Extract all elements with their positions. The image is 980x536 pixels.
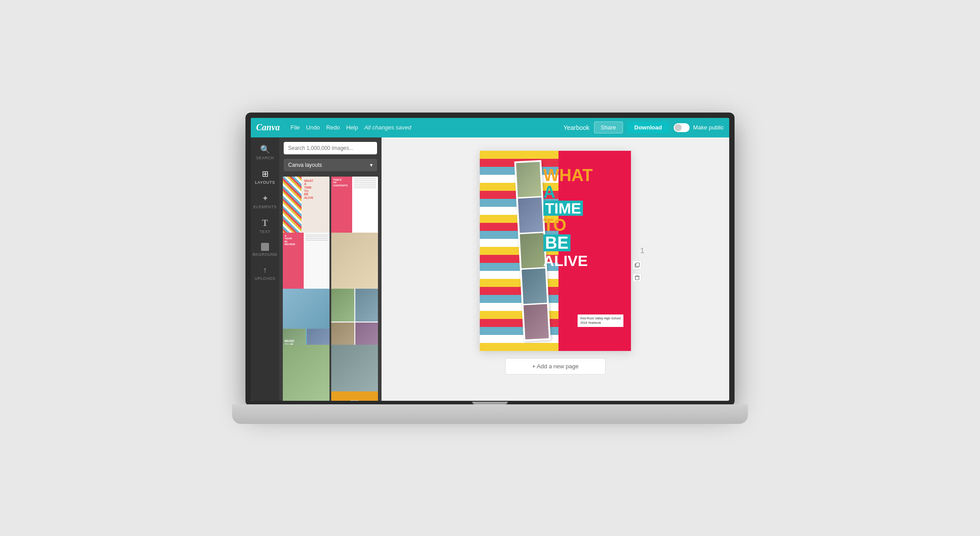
photo-slot-1 (516, 162, 542, 197)
yb-alive: ALIVE (543, 252, 588, 269)
sidebar-item-elements[interactable]: ✦ ELEMENTS (251, 190, 279, 213)
main-content: 🔍 SEARCH ⊞ LAYOUTS ✦ ELEMENTS T TEXT (251, 137, 729, 401)
yb-be: BE (543, 234, 570, 251)
nav-menu: File Undo Redo Help All changes saved (290, 124, 411, 131)
yb-title-text: WHAT A TIME TO (543, 167, 622, 268)
dropdown-label: Canva layouts (288, 162, 322, 168)
layouts-panel: Canva layouts ▾ WHATATIMETOBEALIVE (279, 137, 382, 401)
topbar: Canva File Undo Redo Help All changes sa… (251, 118, 729, 137)
background-label: BKGROUND (253, 252, 277, 257)
search-input[interactable] (284, 142, 377, 154)
nav-file[interactable]: File (290, 124, 300, 131)
sidebar-item-layouts[interactable]: ⊞ LAYOUTS (251, 165, 279, 188)
yb-cover: WHAT A TIME TO (480, 151, 631, 351)
elements-icon: ✦ (262, 193, 269, 203)
subtitle-line2: 2016 Yearbook (580, 321, 621, 325)
make-public-label: Make public (693, 124, 724, 131)
topbar-right: Yearbook Share Download Make public (563, 121, 724, 133)
svg-rect-1 (636, 263, 639, 266)
layouts-label: LAYOUTS (255, 180, 275, 185)
canvas-page[interactable]: WHAT A TIME TO (480, 151, 631, 351)
sidebar-item-uploads[interactable]: ↑ UPLOADS (251, 262, 279, 284)
photo-slot-3 (520, 233, 545, 269)
nav-help[interactable]: Help (346, 124, 358, 131)
laptop-base (232, 404, 748, 424)
duplicate-page-button[interactable] (633, 261, 642, 270)
canvas-page-wrapper: WHAT A TIME TO (480, 151, 631, 351)
yb-what: WHAT (543, 167, 622, 184)
laptop-notch (472, 402, 508, 404)
search-label: SEARCH (256, 156, 274, 160)
yb-to: TO (543, 217, 566, 234)
photo-slot-4 (522, 269, 547, 304)
save-status: All changes saved (364, 124, 411, 131)
subtitle-line1: Red Rock Valley High School (580, 316, 621, 321)
sidebar-icons: 🔍 SEARCH ⊞ LAYOUTS ✦ ELEMENTS T TEXT (251, 137, 279, 401)
add-page-button[interactable]: + Add a new page (505, 358, 606, 375)
delete-page-button[interactable] (633, 273, 642, 282)
layout-thumb-group2[interactable]: FREE (331, 345, 378, 401)
yb-a: A (543, 184, 555, 201)
nav-undo[interactable]: Undo (306, 124, 320, 131)
sidebar-item-search[interactable]: 🔍 SEARCH (251, 141, 279, 164)
background-icon (261, 243, 269, 251)
elements-label: ELEMENTS (253, 205, 277, 209)
canvas-area: WHAT A TIME TO (382, 137, 729, 401)
search-icon: 🔍 (260, 145, 270, 154)
layouts-dropdown[interactable]: Canva layouts ▾ (284, 159, 377, 171)
yb-time: TIME (543, 201, 583, 216)
share-button[interactable]: Share (594, 121, 623, 133)
sidebar-item-background[interactable]: BKGROUND (251, 239, 279, 260)
canva-logo: Canva (256, 122, 280, 133)
svg-rect-2 (635, 276, 639, 280)
photo-slot-5 (524, 304, 549, 339)
make-public-button[interactable]: Make public (674, 123, 724, 132)
laptop-container: Canva File Undo Redo Help All changes sa… (245, 113, 735, 424)
public-toggle[interactable] (674, 123, 690, 132)
yb-subtitle: Red Rock Valley High School 2016 Yearboo… (578, 314, 623, 327)
layouts-icon: ⊞ (262, 169, 269, 179)
photo-slot-2 (518, 197, 543, 233)
uploads-label: UPLOADS (255, 276, 276, 281)
layout-thumb-group1[interactable] (283, 345, 329, 401)
download-button[interactable]: Download (627, 121, 669, 133)
text-label: TEXT (259, 230, 270, 234)
page-number: 1 (640, 247, 644, 255)
nav-redo[interactable]: Redo (326, 124, 340, 131)
search-bar-area (279, 137, 382, 159)
document-title: Yearbook (563, 124, 590, 131)
page-controls (633, 261, 642, 282)
chevron-down-icon: ▾ (370, 162, 373, 168)
sidebar-item-text[interactable]: T TEXT (251, 214, 279, 238)
uploads-icon: ↑ (263, 266, 267, 275)
text-icon: T (262, 218, 268, 228)
layouts-grid: WHATATIMETOBEALIVE TABLEOFCONTENTS (279, 175, 382, 401)
laptop-screen: Canva File Undo Redo Help All changes sa… (251, 118, 729, 401)
laptop-body: Canva File Undo Redo Help All changes sa… (245, 113, 735, 406)
